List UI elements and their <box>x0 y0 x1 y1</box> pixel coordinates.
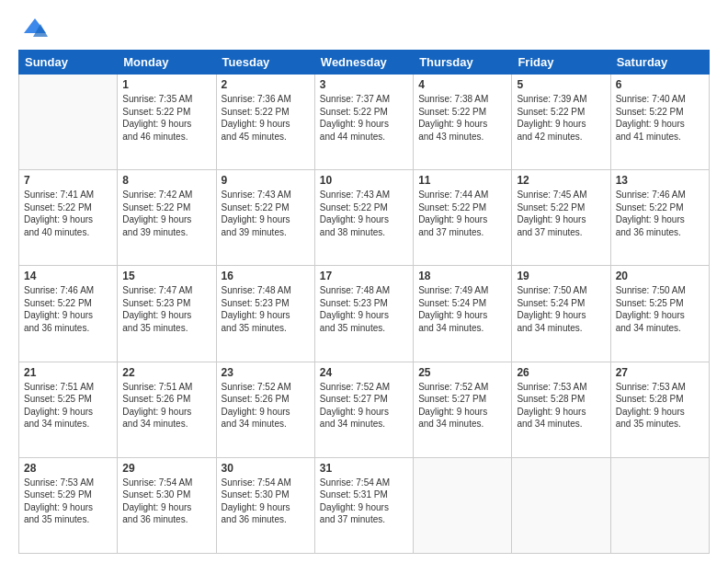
day-info: Sunrise: 7:36 AM Sunset: 5:22 PM Dayligh… <box>222 93 310 143</box>
calendar-cell: 8Sunrise: 7:42 AM Sunset: 5:22 PM Daylig… <box>118 170 216 266</box>
day-info: Sunrise: 7:46 AM Sunset: 5:22 PM Dayligh… <box>24 284 112 334</box>
day-number: 4 <box>418 78 506 91</box>
day-number: 13 <box>616 174 704 187</box>
calendar-cell: 19Sunrise: 7:50 AM Sunset: 5:24 PM Dayli… <box>512 266 610 362</box>
calendar-cell: 18Sunrise: 7:49 AM Sunset: 5:24 PM Dayli… <box>414 266 512 362</box>
day-info: Sunrise: 7:40 AM Sunset: 5:22 PM Dayligh… <box>616 93 704 143</box>
calendar-header-row: SundayMondayTuesdayWednesdayThursdayFrid… <box>19 51 710 75</box>
calendar-cell: 3Sunrise: 7:37 AM Sunset: 5:22 PM Daylig… <box>314 75 413 170</box>
day-info: Sunrise: 7:54 AM Sunset: 5:30 PM Dayligh… <box>122 477 210 526</box>
day-info: Sunrise: 7:54 AM Sunset: 5:31 PM Dayligh… <box>320 477 408 526</box>
day-number: 16 <box>222 270 310 282</box>
day-info: Sunrise: 7:38 AM Sunset: 5:22 PM Dayligh… <box>418 93 506 143</box>
calendar-week-3: 14Sunrise: 7:46 AM Sunset: 5:22 PM Dayli… <box>19 266 710 362</box>
calendar-cell: 29Sunrise: 7:54 AM Sunset: 5:30 PM Dayli… <box>118 457 216 553</box>
calendar-cell: 2Sunrise: 7:36 AM Sunset: 5:22 PM Daylig… <box>216 75 314 170</box>
calendar-cell: 23Sunrise: 7:52 AM Sunset: 5:26 PM Dayli… <box>216 362 314 457</box>
day-number: 1 <box>122 78 210 91</box>
calendar-cell: 28Sunrise: 7:53 AM Sunset: 5:29 PM Dayli… <box>19 457 118 553</box>
day-number: 14 <box>24 270 112 282</box>
calendar-cell: 30Sunrise: 7:54 AM Sunset: 5:30 PM Dayli… <box>216 457 314 553</box>
day-info: Sunrise: 7:35 AM Sunset: 5:22 PM Dayligh… <box>122 93 210 143</box>
col-header-saturday: Saturday <box>610 51 709 75</box>
calendar-cell: 26Sunrise: 7:53 AM Sunset: 5:28 PM Dayli… <box>512 362 610 457</box>
day-number: 29 <box>122 462 210 475</box>
day-info: Sunrise: 7:48 AM Sunset: 5:23 PM Dayligh… <box>320 284 408 334</box>
day-info: Sunrise: 7:52 AM Sunset: 5:26 PM Dayligh… <box>222 381 310 431</box>
calendar-cell: 11Sunrise: 7:44 AM Sunset: 5:22 PM Dayli… <box>414 170 512 266</box>
calendar-cell: 6Sunrise: 7:40 AM Sunset: 5:22 PM Daylig… <box>610 75 709 170</box>
col-header-sunday: Sunday <box>19 51 118 75</box>
day-number: 25 <box>418 366 506 379</box>
day-number: 26 <box>517 366 605 379</box>
day-info: Sunrise: 7:37 AM Sunset: 5:22 PM Dayligh… <box>320 93 408 143</box>
day-info: Sunrise: 7:42 AM Sunset: 5:22 PM Dayligh… <box>122 189 210 238</box>
calendar-cell: 31Sunrise: 7:54 AM Sunset: 5:31 PM Dayli… <box>314 457 413 553</box>
day-info: Sunrise: 7:52 AM Sunset: 5:27 PM Dayligh… <box>320 381 408 431</box>
day-info: Sunrise: 7:53 AM Sunset: 5:28 PM Dayligh… <box>616 381 704 431</box>
day-number: 22 <box>122 366 210 379</box>
day-info: Sunrise: 7:54 AM Sunset: 5:30 PM Dayligh… <box>222 477 310 526</box>
day-number: 18 <box>418 270 506 282</box>
day-info: Sunrise: 7:41 AM Sunset: 5:22 PM Dayligh… <box>24 189 112 238</box>
col-header-wednesday: Wednesday <box>314 51 413 75</box>
day-number: 7 <box>24 174 112 187</box>
calendar-cell: 1Sunrise: 7:35 AM Sunset: 5:22 PM Daylig… <box>118 75 216 170</box>
logo-icon <box>22 15 48 40</box>
calendar-cell: 13Sunrise: 7:46 AM Sunset: 5:22 PM Dayli… <box>610 170 709 266</box>
calendar-week-5: 28Sunrise: 7:53 AM Sunset: 5:29 PM Dayli… <box>19 457 710 553</box>
calendar-cell: 17Sunrise: 7:48 AM Sunset: 5:23 PM Dayli… <box>314 266 413 362</box>
day-number: 10 <box>320 174 408 187</box>
day-info: Sunrise: 7:47 AM Sunset: 5:23 PM Dayligh… <box>122 284 210 334</box>
day-number: 6 <box>616 78 704 91</box>
calendar-cell: 5Sunrise: 7:39 AM Sunset: 5:22 PM Daylig… <box>512 75 610 170</box>
day-number: 28 <box>24 462 112 475</box>
calendar-cell: 12Sunrise: 7:45 AM Sunset: 5:22 PM Dayli… <box>512 170 610 266</box>
day-info: Sunrise: 7:43 AM Sunset: 5:22 PM Dayligh… <box>222 189 310 238</box>
col-header-friday: Friday <box>512 51 610 75</box>
day-number: 2 <box>222 78 310 91</box>
day-info: Sunrise: 7:50 AM Sunset: 5:24 PM Dayligh… <box>517 284 605 334</box>
calendar-week-2: 7Sunrise: 7:41 AM Sunset: 5:22 PM Daylig… <box>19 170 710 266</box>
day-info: Sunrise: 7:48 AM Sunset: 5:23 PM Dayligh… <box>222 284 310 334</box>
calendar-cell: 10Sunrise: 7:43 AM Sunset: 5:22 PM Dayli… <box>314 170 413 266</box>
day-number: 12 <box>517 174 605 187</box>
day-number: 27 <box>616 366 704 379</box>
calendar-cell <box>19 75 118 170</box>
day-info: Sunrise: 7:43 AM Sunset: 5:22 PM Dayligh… <box>320 189 408 238</box>
header <box>18 15 710 40</box>
calendar-cell <box>610 457 709 553</box>
day-info: Sunrise: 7:44 AM Sunset: 5:22 PM Dayligh… <box>418 189 506 238</box>
day-number: 11 <box>418 174 506 187</box>
day-info: Sunrise: 7:46 AM Sunset: 5:22 PM Dayligh… <box>616 189 704 238</box>
calendar-cell: 22Sunrise: 7:51 AM Sunset: 5:26 PM Dayli… <box>118 362 216 457</box>
day-info: Sunrise: 7:52 AM Sunset: 5:27 PM Dayligh… <box>418 381 506 431</box>
day-number: 23 <box>222 366 310 379</box>
logo <box>18 15 48 40</box>
calendar-table: SundayMondayTuesdayWednesdayThursdayFrid… <box>18 50 710 554</box>
day-number: 30 <box>222 462 310 475</box>
calendar-cell <box>414 457 512 553</box>
calendar-cell: 24Sunrise: 7:52 AM Sunset: 5:27 PM Dayli… <box>314 362 413 457</box>
day-number: 5 <box>517 78 605 91</box>
calendar-cell: 27Sunrise: 7:53 AM Sunset: 5:28 PM Dayli… <box>610 362 709 457</box>
day-info: Sunrise: 7:50 AM Sunset: 5:25 PM Dayligh… <box>616 284 704 334</box>
col-header-thursday: Thursday <box>414 51 512 75</box>
col-header-tuesday: Tuesday <box>216 51 314 75</box>
day-info: Sunrise: 7:51 AM Sunset: 5:25 PM Dayligh… <box>24 381 112 431</box>
calendar-cell: 21Sunrise: 7:51 AM Sunset: 5:25 PM Dayli… <box>19 362 118 457</box>
calendar-cell <box>512 457 610 553</box>
calendar-week-1: 1Sunrise: 7:35 AM Sunset: 5:22 PM Daylig… <box>19 75 710 170</box>
day-number: 21 <box>24 366 112 379</box>
calendar-cell: 15Sunrise: 7:47 AM Sunset: 5:23 PM Dayli… <box>118 266 216 362</box>
col-header-monday: Monday <box>118 51 216 75</box>
day-info: Sunrise: 7:45 AM Sunset: 5:22 PM Dayligh… <box>517 189 605 238</box>
day-number: 20 <box>616 270 704 282</box>
calendar-cell: 20Sunrise: 7:50 AM Sunset: 5:25 PM Dayli… <box>610 266 709 362</box>
calendar-cell: 4Sunrise: 7:38 AM Sunset: 5:22 PM Daylig… <box>414 75 512 170</box>
day-number: 15 <box>122 270 210 282</box>
day-number: 9 <box>222 174 310 187</box>
calendar-cell: 16Sunrise: 7:48 AM Sunset: 5:23 PM Dayli… <box>216 266 314 362</box>
calendar-week-4: 21Sunrise: 7:51 AM Sunset: 5:25 PM Dayli… <box>19 362 710 457</box>
day-number: 17 <box>320 270 408 282</box>
